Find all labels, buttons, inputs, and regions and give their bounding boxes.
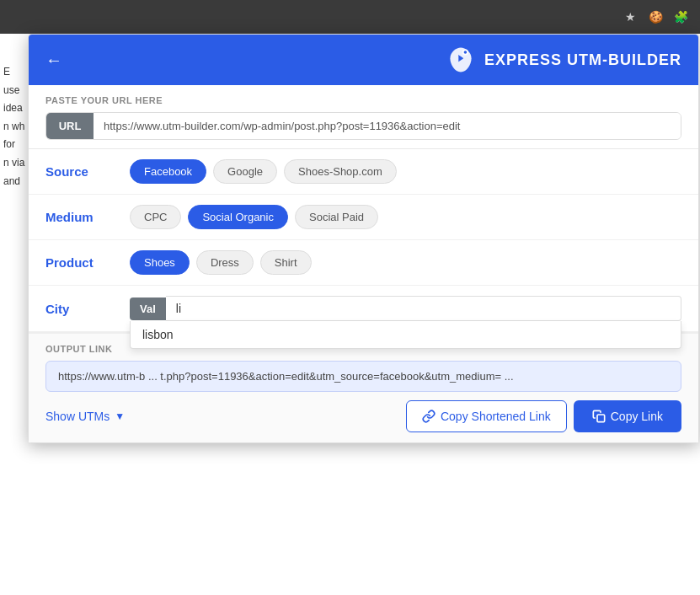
url-section-label: PASTE YOUR URL HERE bbox=[45, 95, 681, 105]
medium-options: CPC Social Organic Social Paid bbox=[130, 205, 378, 229]
copy-shortened-button[interactable]: Copy Shortened Link bbox=[406, 400, 567, 432]
link-icon bbox=[422, 410, 435, 423]
output-actions: Show UTMs ▼ Copy Shortened Link Cop bbox=[45, 400, 681, 432]
brand-title: EXPRESS UTM-BUILDER bbox=[484, 51, 681, 69]
extension-icon[interactable]: 🧩 bbox=[671, 8, 690, 26]
svg-point-1 bbox=[464, 51, 468, 54]
panel-header: ← EXPRESS UTM-BUILDER bbox=[29, 35, 698, 85]
output-link-display: https://www.utm-b ... t.php?post=11936&a… bbox=[45, 361, 681, 392]
copy-link-label: Copy Link bbox=[611, 410, 663, 423]
source-row: Source Facebook Google Shoes-Shop.com bbox=[29, 149, 698, 195]
autocomplete-lisbon[interactable]: lisbon bbox=[131, 321, 681, 348]
product-dress[interactable]: Dress bbox=[196, 250, 254, 275]
url-input-row: URL bbox=[45, 112, 681, 140]
back-button[interactable]: ← bbox=[45, 51, 62, 70]
copy-buttons: Copy Shortened Link Copy Link bbox=[406, 400, 681, 432]
val-tag: Val bbox=[130, 298, 166, 320]
product-shoes[interactable]: Shoes bbox=[130, 250, 190, 275]
source-google[interactable]: Google bbox=[213, 159, 277, 184]
bg-left: E use idea n wh for n via and bbox=[0, 46, 29, 594]
star-icon[interactable]: ★ bbox=[621, 8, 639, 26]
show-utms-label: Show UTMs bbox=[45, 410, 110, 423]
cookie-icon[interactable]: 🍪 bbox=[646, 8, 665, 26]
medium-cpc[interactable]: CPC bbox=[130, 205, 181, 229]
url-section: PASTE YOUR URL HERE URL bbox=[29, 85, 698, 149]
medium-social-paid[interactable]: Social Paid bbox=[295, 205, 378, 229]
chevron-down-icon: ▼ bbox=[115, 410, 125, 422]
url-input[interactable] bbox=[94, 113, 681, 139]
brand-area: EXPRESS UTM-BUILDER bbox=[446, 45, 681, 75]
source-options: Facebook Google Shoes-Shop.com bbox=[130, 159, 397, 184]
browser-chrome: ★ 🍪 🧩 bbox=[0, 0, 700, 34]
product-row: Product Shoes Dress Shirt bbox=[29, 240, 698, 286]
utm-builder-panel: ← EXPRESS UTM-BUILDER PASTE YOUR URL HER… bbox=[28, 34, 699, 443]
city-input-wrapper: Val lisbon bbox=[130, 296, 681, 321]
copy-icon bbox=[592, 410, 606, 423]
city-input[interactable] bbox=[166, 296, 681, 321]
city-label: City bbox=[45, 302, 130, 316]
city-autocomplete-dropdown: lisbon bbox=[130, 321, 681, 349]
medium-social-organic[interactable]: Social Organic bbox=[188, 205, 288, 229]
copy-link-button[interactable]: Copy Link bbox=[574, 400, 681, 432]
url-tag: URL bbox=[46, 113, 94, 139]
source-facebook[interactable]: Facebook bbox=[130, 159, 206, 184]
svg-rect-2 bbox=[597, 415, 605, 422]
product-options: Shoes Dress Shirt bbox=[130, 250, 312, 275]
source-label: Source bbox=[45, 164, 130, 179]
city-row: City Val lisbon bbox=[29, 286, 698, 332]
brand-logo-icon bbox=[446, 45, 476, 75]
copy-shortened-label: Copy Shortened Link bbox=[441, 410, 551, 423]
medium-label: Medium bbox=[45, 210, 130, 224]
show-utms-button[interactable]: Show UTMs ▼ bbox=[45, 410, 125, 423]
product-shirt[interactable]: Shirt bbox=[260, 250, 312, 275]
product-label: Product bbox=[45, 255, 130, 270]
source-shoes-shop[interactable]: Shoes-Shop.com bbox=[284, 159, 397, 184]
medium-row: Medium CPC Social Organic Social Paid bbox=[29, 195, 698, 240]
fields-section: Source Facebook Google Shoes-Shop.com Me… bbox=[29, 149, 698, 332]
